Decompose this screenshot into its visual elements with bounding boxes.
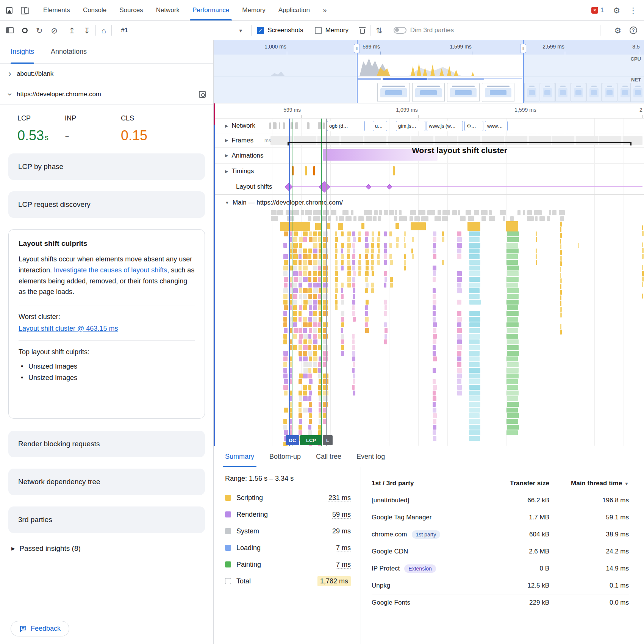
timing-marker[interactable] [313, 166, 315, 175]
network-request[interactable]: u… [373, 121, 387, 131]
network-request[interactable]: gtm.js… [396, 121, 425, 131]
network-request[interactable]: www.js (w… [427, 121, 463, 131]
dim-third-parties-toggle[interactable] [394, 27, 406, 34]
expand-icon[interactable]: ▶ [225, 123, 228, 128]
more-panels-chevron-icon[interactable]: » [316, 0, 333, 20]
legend-row-system[interactable]: System29 ms [225, 523, 351, 539]
filmstrip-screenshot[interactable] [447, 83, 480, 102]
layout-shift-diamond[interactable] [387, 184, 392, 189]
toggle-sidebar-icon[interactable] [6, 27, 14, 33]
layout-shift-diamond[interactable] [366, 184, 371, 189]
filmstrip-screenshot[interactable] [412, 83, 445, 102]
record-and-reload-icon[interactable]: ↻ [36, 27, 43, 34]
insight-card-lcp-request-discovery[interactable]: LCP request discovery [8, 191, 205, 218]
main-thread-flame-chart[interactable]: DCLCPL [214, 210, 644, 446]
table-row[interactable]: IP ProtectExtension0 B14.9 ms [372, 560, 629, 577]
error-badge[interactable]: ×1 [591, 6, 604, 14]
screenshots-checkbox[interactable]: ✓ [257, 27, 264, 34]
track-main-header[interactable]: ▼Main — https://developer.chrome.com/ [214, 195, 644, 210]
capture-settings-gear-icon[interactable]: ⚙ [614, 27, 621, 34]
tab-elements[interactable]: Elements [37, 0, 77, 20]
network-request-tick [323, 122, 324, 129]
passed-insights-toggle[interactable]: ▶ Passed insights (8) [11, 544, 213, 553]
insight-card-lcp-by-phase[interactable]: LCP by phase [8, 153, 205, 180]
table-row[interactable]: Google Fonts229 kB0.0 ms [372, 594, 629, 611]
marker-lcp[interactable]: LCP [300, 435, 322, 445]
table-row[interactable]: Google CDN2.6 MB24.2 ms [372, 543, 629, 560]
tab-network[interactable]: Network [150, 0, 186, 20]
collapse-icon[interactable]: ▼ [225, 200, 229, 205]
more-options-icon[interactable]: ⋮ [629, 6, 637, 14]
highlight-frame-icon[interactable] [199, 91, 206, 98]
tab-annotations[interactable]: Annotations [51, 40, 87, 63]
track-network[interactable]: ogb (d…u…gtm.js…www.js (w…⚙…www… ▶Networ… [214, 119, 644, 133]
insight-card-network-dependency-tree[interactable]: Network dependency tree [8, 469, 205, 495]
table-row[interactable]: [unattributed]66.2 kB196.8 ms [372, 492, 629, 509]
metric-cls[interactable]: CLS 0.15 [121, 114, 147, 144]
marker-l[interactable]: L [323, 435, 333, 445]
tab-memory[interactable]: Memory [236, 0, 272, 20]
tab-event-log[interactable]: Event log [350, 446, 391, 467]
legend-row-loading[interactable]: Loading7 ms [225, 539, 351, 556]
metric-lcp[interactable]: LCP 0.53s [17, 114, 65, 144]
tab-sources[interactable]: Sources [113, 0, 149, 20]
timeline-tracks[interactable]: 599 ms1,099 ms1,599 ms2 ogb (d…u…gtm.js…… [214, 103, 644, 446]
tab-application[interactable]: Application [272, 0, 316, 20]
tab-call-tree[interactable]: Call tree [310, 446, 347, 467]
timing-marker[interactable] [393, 166, 395, 175]
network-request[interactable]: ogb (d… [327, 121, 365, 131]
toggle-device-toolbar-icon[interactable] [21, 7, 29, 14]
tab-console[interactable]: Console [77, 0, 113, 20]
legend-row-scripting[interactable]: Scripting231 ms [225, 489, 351, 506]
table-row[interactable]: Unpkg12.5 kB0.1 ms [372, 577, 629, 594]
track-timings[interactable]: ▶Timings [214, 164, 644, 179]
track-layout-shifts[interactable]: Layout shifts [214, 179, 644, 195]
network-request[interactable]: ⚙… [464, 121, 483, 131]
legend-row-rendering[interactable]: Rendering59 ms [225, 506, 351, 523]
layout-shift-diamond[interactable] [319, 181, 330, 192]
task-bar [366, 216, 372, 221]
inspect-element-icon[interactable] [6, 7, 13, 14]
tab-bottom-up[interactable]: Bottom-up [263, 446, 307, 467]
timeline-overview[interactable]: 1,000 ms599 ms1,599 ms2,599 ms3,5 [214, 40, 644, 103]
investigate-link[interactable]: Investigate the causes of layout shifts [54, 266, 167, 274]
legend-row-painting[interactable]: Painting7 ms [225, 556, 351, 573]
task-bar [468, 216, 474, 221]
marker-dc[interactable]: DC [286, 435, 299, 445]
tab-insights[interactable]: Insights [11, 40, 34, 63]
worst-cluster-link[interactable]: Layout shift cluster @ 463.15 ms [19, 325, 118, 333]
tab-performance[interactable]: Performance [186, 0, 236, 20]
tab-summary[interactable]: Summary [219, 446, 260, 467]
expand-icon[interactable]: ▶ [225, 138, 228, 143]
collect-garbage-icon[interactable] [360, 29, 365, 34]
insight-group-about-blank[interactable]: › about://blank [0, 64, 213, 84]
range-handle-right[interactable]: ‖ [523, 40, 524, 103]
range-handle-left[interactable]: ‖ [357, 40, 358, 103]
table-row[interactable]: Google Tag Manager1.7 MB59.1 ms [372, 509, 629, 526]
legend-row-total[interactable]: Total1,782 ms [225, 573, 351, 589]
settings-gear-icon[interactable]: ⚙ [613, 6, 620, 14]
expand-icon[interactable]: ▶ [225, 153, 228, 158]
insight-group-site[interactable]: › https://developer.chrome.com [0, 84, 213, 105]
filmstrip-screenshot[interactable] [377, 83, 410, 102]
live-metrics-home-icon[interactable]: ⌂ [101, 27, 106, 34]
insight-card-third-parties[interactable]: 3rd parties [8, 506, 205, 533]
insight-card-render-blocking[interactable]: Render blocking requests [8, 431, 205, 457]
load-profile-icon[interactable]: ↥ [69, 27, 75, 34]
history-dropdown[interactable]: #1 ▾ [117, 27, 246, 34]
expand-icon[interactable]: ▶ [225, 169, 228, 174]
network-request[interactable]: www… [485, 121, 508, 131]
filmstrip-screenshot[interactable] [482, 83, 514, 102]
memory-checkbox[interactable] [315, 27, 322, 34]
record-icon[interactable] [22, 28, 28, 33]
timing-marker[interactable] [305, 166, 307, 175]
feedback-button[interactable]: Feedback [11, 621, 69, 636]
table-row[interactable]: chrome.com1st party604 kB38.9 ms [372, 526, 629, 543]
metric-inp[interactable]: INP - [65, 114, 121, 144]
clear-icon[interactable]: ⊘ [51, 27, 58, 34]
collapse-tracks-icon[interactable]: ⇅ [376, 27, 383, 34]
insight-card-layout-shift-culprits[interactable]: Layout shift culprits Layout shifts occu… [8, 229, 205, 419]
table-header[interactable]: 1st / 3rd party Transfer size Main threa… [372, 475, 629, 492]
save-profile-icon[interactable]: ↧ [84, 27, 91, 34]
help-icon[interactable]: ? [630, 27, 637, 34]
